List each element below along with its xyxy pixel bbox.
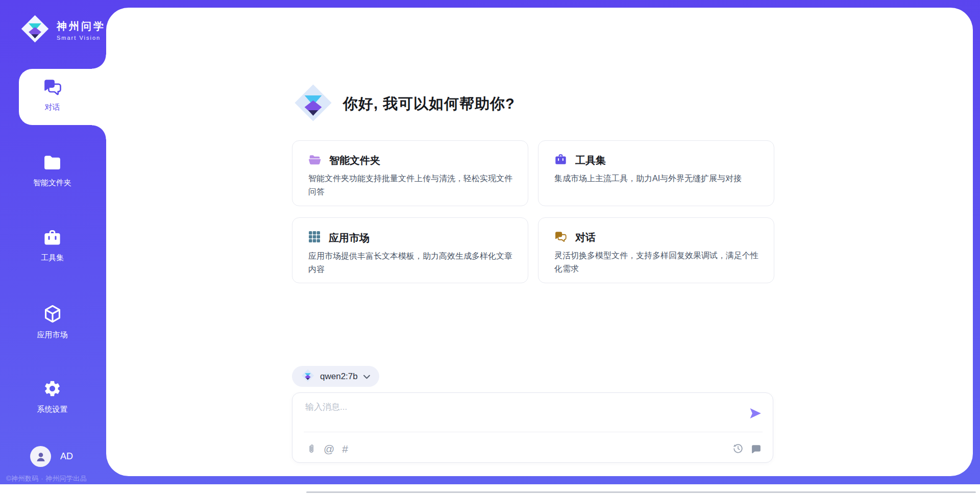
assistant-diamond-icon [293,83,333,125]
folder-icon [43,154,62,174]
sidebar-item-label: 系统设置 [37,405,68,414]
composer-divider [304,432,763,432]
horizontal-scrollbar[interactable] [306,491,976,493]
send-icon[interactable] [749,407,762,420]
toolbox-icon [554,154,567,167]
brand-subtitle: Smart Vision [57,35,106,41]
copyright-footer: ©神州数码 · 神州问学出品 [6,474,87,483]
brand-logo: 神州问学 Smart Vision [20,14,106,45]
sidebar-item-settings[interactable]: 系统设置 [0,379,105,414]
card-description: 灵活切换多模型文件，支持多样回复效果调试，满足个性化需求 [554,249,758,276]
card-toolset[interactable]: 工具集 集成市场上主流工具，助力AI与外界无缝扩展与对接 [538,140,774,206]
card-title: 智能文件夹 [329,154,380,167]
mention-icon[interactable]: @ [324,443,334,454]
sidebar-item-chat[interactable]: 对话 [0,78,105,112]
card-title: 工具集 [575,154,606,167]
chevron-down-icon [363,372,370,381]
composer-toolbar: @ # [307,441,762,456]
sidebar-item-toolset[interactable]: 工具集 [0,229,105,263]
model-diamond-icon [301,369,314,384]
sidebar-item-app-market[interactable]: 应用市场 [0,304,105,340]
history-icon[interactable] [732,443,744,454]
model-selector[interactable]: qwen2:7b [292,366,379,387]
card-smart-folder[interactable]: 智能文件夹 智能文件夹功能支持批量文件上传与清洗，轻松实现文件问答 [292,140,528,206]
brand-diamond-icon [20,14,50,45]
sidebar-item-label: 对话 [45,103,60,112]
cube-icon [43,304,62,326]
bottom-strip [0,484,980,495]
chat-icon [554,231,567,244]
user-initials: AD [60,451,73,462]
gear-icon [43,379,62,400]
avatar [30,446,51,467]
chat-bubble-icon[interactable] [751,444,762,454]
sidebar-item-label: 应用市场 [37,330,68,340]
message-composer: @ # [292,392,773,463]
card-description: 集成市场上主流工具，助力AI与外界无缝扩展与对接 [554,172,758,185]
message-input[interactable] [305,401,724,428]
user-account[interactable]: AD [30,446,73,467]
folder-open-icon [308,154,321,167]
hashtag-icon[interactable]: # [342,443,348,454]
brand-name: 神州问学 [57,19,106,33]
card-app-market[interactable]: 应用市场 应用市场提供丰富长文本模板，助力高效生成多样化文章内容 [292,217,528,283]
greeting: 你好, 我可以如何帮助你? [293,83,515,125]
greeting-text: 你好, 我可以如何帮助你? [343,94,515,114]
card-description: 智能文件夹功能支持批量文件上传与清洗，轻松实现文件问答 [308,172,512,199]
card-title: 对话 [575,231,596,244]
sidebar-item-label: 工具集 [41,253,64,263]
app-grid-icon [308,231,321,245]
attachment-icon[interactable] [307,443,316,455]
feature-cards: 智能文件夹 智能文件夹功能支持批量文件上传与清洗，轻松实现文件问答 工具集 集成… [292,140,774,283]
card-chat[interactable]: 对话 灵活切换多模型文件，支持多样回复效果调试，满足个性化需求 [538,217,774,283]
card-description: 应用市场提供丰富长文本模板，助力高效生成多样化文章内容 [308,250,512,276]
sidebar-item-label: 智能文件夹 [33,178,71,188]
toolbox-icon [43,229,62,249]
sidebar-item-smart-folder[interactable]: 智能文件夹 [0,154,105,188]
model-name: qwen2:7b [320,372,358,382]
chat-icon [43,78,62,98]
card-title: 应用市场 [329,231,370,245]
